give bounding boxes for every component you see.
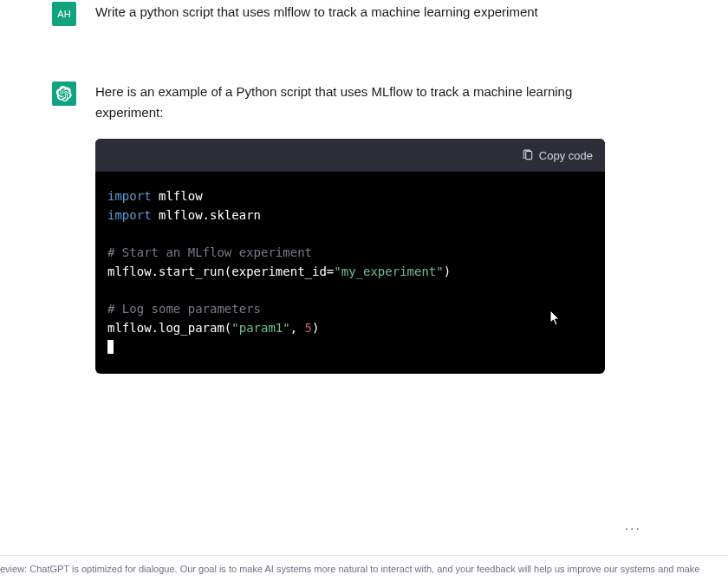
code-line [107,338,593,357]
more-icon[interactable]: ... [625,518,641,533]
user-message-content: Write a python script that uses mlflow t… [95,2,538,29]
chat-container: AH Write a python script that uses mlflo… [0,0,728,555]
code-header: Copy code [95,139,605,172]
code-line: import mlflow [107,187,593,206]
clipboard-icon [522,149,534,161]
assistant-message-content: Here is an example of a Python script th… [95,82,633,374]
user-message-row: AH Write a python script that uses mlflo… [0,0,728,29]
user-avatar-initials: AH [57,9,70,19]
assistant-message-row: Here is an example of a Python script th… [0,82,728,374]
code-line [107,281,593,300]
footer-text: eview: ChatGPT is optimized for dialogue… [0,564,699,574]
footer-disclaimer: eview: ChatGPT is optimized for dialogue… [0,555,728,581]
typing-cursor [107,340,114,354]
copy-code-button[interactable]: Copy code [522,149,593,162]
code-block: Copy code import mlflow import mlflow.sk… [95,139,605,374]
bot-avatar [52,82,76,106]
svg-rect-0 [526,151,532,159]
code-line: mlflow.start_run(experiment_id="my_exper… [107,263,593,282]
openai-icon [56,86,72,101]
user-message-text: Write a python script that uses mlflow t… [95,2,538,23]
assistant-intro-text: Here is an example of a Python script th… [95,82,633,123]
copy-code-label: Copy code [539,149,593,162]
code-line: mlflow.log_param("param1", 5) [107,319,593,338]
user-avatar: AH [52,2,76,26]
code-line: # Start an MLflow experiment [107,244,593,263]
code-body: import mlflow import mlflow.sklearn # St… [95,172,605,374]
code-line: import mlflow.sklearn [107,206,593,225]
code-line [107,225,593,244]
code-line: # Log some parameters [107,300,593,319]
